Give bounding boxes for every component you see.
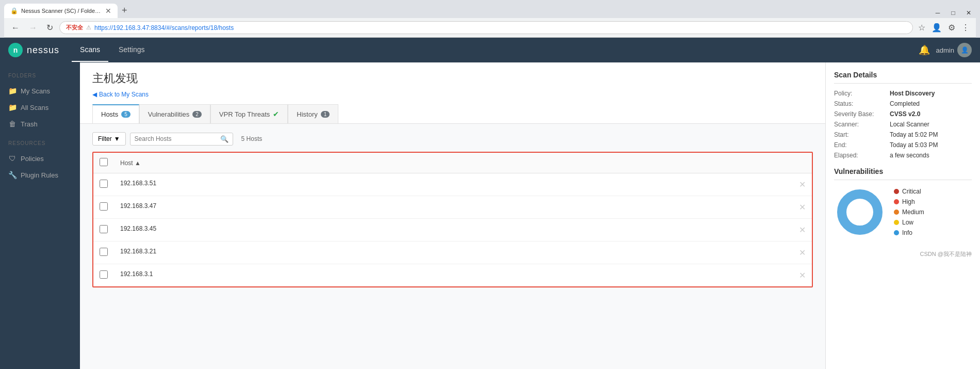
legend-item: Critical	[894, 188, 924, 195]
new-tab-button[interactable]: +	[118, 3, 132, 18]
host-cell: 192.168.3.45 ✕	[114, 219, 812, 242]
detail-label: End:	[834, 141, 886, 149]
sidebar: FOLDERS 📁 My Scans 📁 All Scans 🗑 Trash R…	[0, 62, 80, 369]
host-ip: 192.168.3.1	[120, 270, 153, 278]
legend-item: Info	[894, 229, 924, 236]
row-checkbox-cell	[93, 264, 114, 287]
detail-value: Host Discovery	[890, 90, 935, 97]
maximize-button[interactable]: □	[946, 8, 960, 18]
table-toolbar: Filter ▼ 🔍 5 Hosts	[92, 132, 813, 146]
sidebar-item-plugin-rules[interactable]: 🔧 Plugin Rules	[0, 167, 80, 183]
row-close-button[interactable]: ✕	[799, 180, 806, 189]
host-ip: 192.168.3.47	[120, 202, 156, 210]
row-checkbox[interactable]	[100, 225, 108, 233]
forward-button[interactable]: →	[26, 21, 40, 35]
tab-vulnerabilities[interactable]: Vulnerabilities 2	[139, 104, 210, 123]
table-area: Filter ▼ 🔍 5 Hosts	[80, 124, 825, 369]
vulnerabilities-section: Vulnerabilities Critical High Medium	[834, 167, 972, 238]
th-host[interactable]: Host ▲	[114, 153, 812, 173]
legend-item: High	[894, 198, 924, 205]
filter-button[interactable]: Filter ▼	[92, 132, 126, 146]
tab-vpr-top-threats[interactable]: VPR Top Threats ✔	[210, 104, 288, 123]
folders-section: FOLDERS 📁 My Scans 📁 All Scans 🗑 Trash	[0, 71, 80, 132]
detail-label: Policy:	[834, 90, 886, 97]
hosts-table: Host ▲ 192.168.3.51 ✕ 192.168.3.47 ✕	[93, 153, 812, 286]
detail-value: a few seconds	[890, 152, 929, 159]
plugin-rules-icon: 🔧	[8, 171, 17, 179]
page-header: 主机发现 ◀ Back to My Scans Configure Audit …	[80, 62, 825, 124]
search-input[interactable]	[135, 135, 217, 142]
detail-value: CVSS v2.0	[890, 110, 920, 118]
select-all-checkbox[interactable]	[100, 158, 108, 166]
detail-label: Elapsed:	[834, 152, 886, 159]
svg-point-1	[842, 194, 878, 230]
th-checkbox	[93, 153, 114, 173]
row-close-button[interactable]: ✕	[799, 202, 806, 212]
back-button[interactable]: ←	[8, 21, 23, 35]
address-bar[interactable]: 不安全 ⚠ https://192.168.3.47:8834/#/scans/…	[59, 21, 913, 34]
detail-value: Completed	[890, 100, 920, 107]
tab-title: Nessus Scanner (SC) / Folders ...	[21, 8, 102, 14]
trash-icon: 🗑	[8, 120, 17, 128]
row-close-button[interactable]: ✕	[799, 248, 806, 258]
top-navigation: n nessus Scans Settings 🔔 admin 👤	[0, 38, 980, 62]
sidebar-item-policies[interactable]: 🛡 Policies	[0, 150, 80, 167]
detail-row: End: Today at 5:03 PM	[834, 141, 972, 149]
legend-item: Low	[894, 219, 924, 226]
all-scans-label: All Scans	[21, 104, 48, 111]
nav-items: Scans Settings	[72, 38, 153, 62]
back-link[interactable]: ◀ Back to My Scans	[92, 91, 149, 98]
user-menu[interactable]: admin 👤	[936, 43, 972, 57]
filter-label: Filter	[98, 135, 112, 142]
extensions-icon[interactable]: ⚙	[946, 21, 957, 35]
tab-hosts-badge: 5	[121, 111, 130, 118]
row-close-button[interactable]: ✕	[799, 270, 806, 280]
page-title: 主机发现	[92, 71, 149, 86]
warning-icon: ⚠	[86, 24, 91, 31]
browser-chrome: 🔒 Nessus Scanner (SC) / Folders ... ✕ + …	[0, 0, 980, 38]
sidebar-item-all-scans[interactable]: 📁 All Scans	[0, 99, 80, 116]
resources-title: RESOURCES	[0, 138, 80, 148]
row-checkbox[interactable]	[100, 248, 108, 256]
row-checkbox[interactable]	[100, 202, 108, 211]
refresh-button[interactable]: ↻	[43, 21, 56, 35]
menu-button[interactable]: ⋮	[959, 21, 972, 35]
my-scans-label: My Scans	[21, 87, 50, 95]
minimize-button[interactable]: ─	[930, 8, 945, 18]
main-layout: FOLDERS 📁 My Scans 📁 All Scans 🗑 Trash R…	[0, 62, 980, 369]
detail-value: Today at 5:02 PM	[890, 131, 938, 138]
host-cell: 192.168.3.47 ✕	[114, 196, 812, 219]
tab-hosts[interactable]: Hosts 5	[92, 104, 139, 123]
notification-icon[interactable]: 🔔	[919, 44, 930, 56]
close-button[interactable]: ✕	[961, 8, 976, 18]
host-cell: 192.168.3.51 ✕	[114, 173, 812, 196]
sidebar-item-my-scans[interactable]: 📁 My Scans	[0, 83, 80, 99]
logo-letter: n	[13, 46, 18, 54]
resources-section: RESOURCES 🛡 Policies 🔧 Plugin Rules	[0, 138, 80, 183]
policies-label: Policies	[21, 155, 44, 163]
nav-item-settings[interactable]: Settings	[110, 38, 153, 62]
close-tab-icon[interactable]: ✕	[105, 7, 111, 15]
row-checkbox[interactable]	[100, 180, 108, 188]
legend-label: Low	[902, 219, 913, 226]
policies-icon: 🛡	[8, 154, 17, 163]
row-checkbox[interactable]	[100, 270, 108, 279]
detail-row: Start: Today at 5:02 PM	[834, 131, 972, 138]
tab-history[interactable]: History 1	[288, 104, 338, 123]
row-close-button[interactable]: ✕	[799, 225, 806, 235]
legend-dot	[894, 199, 899, 204]
host-cell: 192.168.3.1 ✕	[114, 264, 812, 287]
browser-tab[interactable]: 🔒 Nessus Scanner (SC) / Folders ... ✕	[4, 4, 118, 18]
legend-label: High	[902, 198, 915, 205]
bookmark-star-icon[interactable]: ☆	[916, 21, 927, 35]
nav-item-scans[interactable]: Scans	[72, 38, 108, 62]
row-checkbox-cell	[93, 173, 114, 196]
address-url: https://192.168.3.47:8834/#/scans/report…	[94, 24, 234, 31]
sidebar-item-trash[interactable]: 🗑 Trash	[0, 116, 80, 132]
user-avatar: 👤	[957, 43, 972, 57]
search-box[interactable]: 🔍	[130, 133, 233, 146]
all-scans-icon: 📁	[8, 103, 17, 111]
profile-icon[interactable]: 👤	[929, 21, 944, 35]
back-arrow-icon: ◀	[92, 91, 97, 98]
detail-row: Elapsed: a few seconds	[834, 152, 972, 159]
